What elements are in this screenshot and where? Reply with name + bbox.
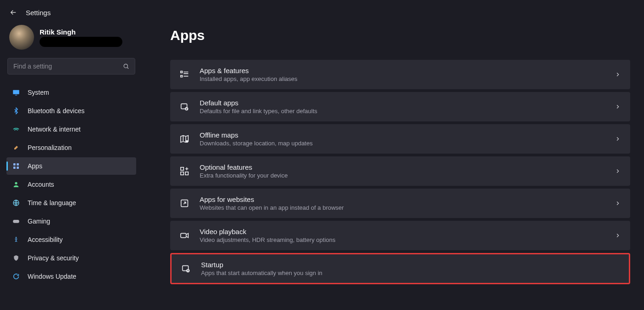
- card-video-playback[interactable]: Video playback Video adjustments, HDR st…: [170, 221, 630, 250]
- profile-email-redacted: [40, 37, 122, 47]
- svg-rect-11: [181, 71, 183, 73]
- card-body: Video playback Video adjustments, HDR st…: [200, 228, 604, 243]
- card-body: Apps & features Installed apps, app exec…: [200, 67, 604, 82]
- sidebar: Settings Ritik Singh System Bluetooth & …: [0, 0, 143, 310]
- search-box[interactable]: [7, 58, 135, 75]
- card-apps-websites[interactable]: Apps for websites Websites that can open…: [170, 189, 630, 218]
- back-arrow-icon[interactable]: [9, 8, 17, 17]
- person-icon: [12, 180, 20, 189]
- card-body: Startup Apps that start automatically wh…: [201, 261, 620, 276]
- open-external-icon: [179, 198, 190, 208]
- card-desc: Websites that can open in an app instead…: [200, 204, 604, 211]
- search-icon: [123, 63, 129, 69]
- svg-rect-3: [13, 163, 16, 166]
- accessibility-icon: [12, 235, 20, 244]
- sidebar-item-accessibility[interactable]: Accessibility: [6, 231, 136, 248]
- globe-icon: [12, 199, 20, 207]
- card-desc: Downloads, storage location, map updates: [200, 140, 604, 147]
- card-body: Offline maps Downloads, storage location…: [200, 131, 604, 147]
- sidebar-item-label: Privacy & security: [28, 254, 79, 262]
- brush-icon: [12, 144, 20, 152]
- chevron-right-icon: [615, 168, 621, 174]
- svg-rect-5: [13, 166, 16, 169]
- svg-rect-2: [15, 95, 17, 95]
- update-icon: [12, 272, 20, 281]
- sidebar-item-label: Apps: [28, 162, 42, 170]
- sidebar-item-apps[interactable]: Apps: [6, 157, 136, 175]
- card-title: Startup: [201, 261, 620, 269]
- card-desc: Installed apps, app execution aliases: [200, 75, 604, 82]
- sidebar-item-label: Bluetooth & devices: [28, 107, 85, 115]
- sidebar-item-time-language[interactable]: Time & language: [6, 194, 136, 212]
- sidebar-item-privacy[interactable]: Privacy & security: [6, 249, 136, 267]
- sidebar-item-bluetooth[interactable]: Bluetooth & devices: [6, 102, 136, 120]
- nav: System Bluetooth & devices Network & int…: [6, 84, 136, 285]
- svg-rect-12: [181, 75, 183, 77]
- card-offline-maps[interactable]: Offline maps Downloads, storage location…: [170, 124, 630, 154]
- chevron-right-icon: [615, 232, 621, 239]
- svg-rect-16: [181, 167, 184, 170]
- search-input[interactable]: [13, 63, 123, 70]
- sidebar-item-label: System: [28, 89, 49, 96]
- wifi-icon: [12, 125, 20, 133]
- svg-point-7: [15, 182, 17, 184]
- card-desc: Video adjustments, HDR streaming, batter…: [200, 236, 604, 243]
- system-icon: [12, 88, 20, 97]
- sidebar-item-update[interactable]: Windows Update: [6, 268, 136, 285]
- card-apps-features[interactable]: Apps & features Installed apps, app exec…: [170, 60, 630, 89]
- apps-icon: [12, 162, 20, 170]
- profile-info: Ritik Singh: [40, 28, 122, 47]
- card-title: Optional features: [200, 163, 604, 171]
- card-desc: Apps that start automatically when you s…: [201, 270, 620, 276]
- settings-card-list: Apps & features Installed apps, app exec…: [170, 60, 630, 284]
- card-title: Apps & features: [200, 67, 604, 75]
- card-title: Video playback: [200, 228, 604, 235]
- card-startup[interactable]: Startup Apps that start automatically wh…: [170, 253, 630, 284]
- card-title: Offline maps: [200, 131, 604, 139]
- gamepad-icon: [12, 217, 20, 225]
- chevron-right-icon: [615, 103, 621, 110]
- sidebar-item-system[interactable]: System: [6, 84, 136, 101]
- card-body: Optional features Extra functionality fo…: [200, 163, 604, 179]
- svg-rect-4: [17, 163, 19, 166]
- plus-grid-icon: [179, 166, 190, 176]
- sidebar-item-label: Time & language: [28, 199, 76, 207]
- sidebar-item-label: Accessibility: [28, 236, 63, 243]
- profile-name: Ritik Singh: [40, 28, 122, 36]
- map-icon: [179, 134, 190, 144]
- card-body: Apps for websites Websites that can open…: [200, 195, 604, 211]
- card-desc: Extra functionality for your device: [200, 172, 604, 179]
- svg-rect-18: [185, 172, 188, 175]
- sidebar-item-label: Network & internet: [28, 126, 80, 133]
- sidebar-item-label: Windows Update: [28, 273, 76, 280]
- sidebar-item-personalization[interactable]: Personalization: [6, 139, 136, 156]
- page-title: Apps: [170, 28, 630, 43]
- sidebar-item-gaming[interactable]: Gaming: [6, 212, 136, 230]
- sidebar-item-network[interactable]: Network & internet: [6, 121, 136, 138]
- card-body: Default apps Defaults for file and link …: [200, 99, 604, 115]
- svg-point-15: [186, 140, 189, 143]
- svg-rect-9: [13, 220, 19, 223]
- sidebar-item-label: Gaming: [28, 218, 50, 225]
- header-title: Settings: [26, 9, 51, 17]
- chevron-right-icon: [615, 200, 621, 207]
- card-default-apps[interactable]: Default apps Defaults for file and link …: [170, 92, 630, 121]
- sidebar-item-accounts[interactable]: Accounts: [6, 176, 136, 193]
- chevron-right-icon: [615, 71, 621, 78]
- avatar: [9, 25, 34, 50]
- svg-rect-20: [181, 233, 186, 237]
- chevron-right-icon: [615, 136, 621, 142]
- svg-rect-6: [17, 166, 19, 169]
- startup-icon: [181, 264, 191, 274]
- svg-point-10: [16, 237, 17, 238]
- card-title: Apps for websites: [200, 195, 604, 203]
- default-icon: [179, 102, 190, 112]
- main-content: Apps Apps & features Installed apps, app…: [143, 0, 644, 310]
- video-icon: [179, 230, 190, 241]
- profile[interactable]: Ritik Singh: [6, 25, 136, 50]
- svg-point-0: [124, 64, 127, 68]
- card-optional-features[interactable]: Optional features Extra functionality fo…: [170, 156, 630, 186]
- bluetooth-icon: [12, 107, 20, 115]
- shield-icon: [12, 254, 20, 262]
- card-desc: Defaults for file and link types, other …: [200, 108, 604, 115]
